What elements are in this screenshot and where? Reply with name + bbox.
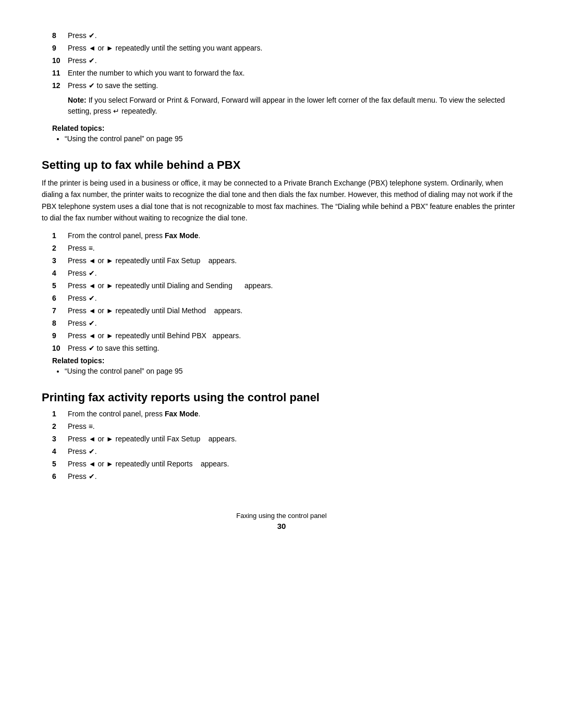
step-9-suffix: repeatedly until the setting you want ap… [114,44,263,52]
s1-step-8-suffix: . [95,319,97,327]
s1-step-7-suffix: repeatedly until Dial Method appears. [114,306,242,315]
check-icon-8: ✔ [89,31,95,40]
related-link-1: “Using the control panel” on page 95 [65,134,182,143]
step-12-text: Press [68,81,89,90]
related-topics-2: Related topics: “Using the control panel… [52,356,521,375]
s1-step-3: 3 Press ◄ or ► repeatedly until Fax Setu… [52,256,521,265]
step-8: 8 Press ✔. [52,31,521,40]
s1-step-2-suffix: . [93,244,95,252]
s1-step-7-text: Press [68,306,89,315]
step-12-number: 12 [52,81,68,90]
s2-step-5-suffix: repeatedly until Reports appears. [114,460,229,468]
step-10-number: 10 [52,56,68,65]
s1-step-6-suffix: . [95,294,97,302]
s1-step-7: 7 Press ◄ or ► repeatedly until Dial Met… [52,306,521,315]
s2-step-1-content: From the control panel, press Fax Mode. [68,410,521,418]
s2-step-6-content: Press ✔. [68,472,521,480]
section1-steps: 1 From the control panel, press Fax Mode… [52,231,521,352]
section2-title-suffix: using the control panel [190,391,320,404]
s1-step-3-number: 3 [52,256,68,265]
s1-step-2-text: Press [68,244,89,252]
left-icon-s1-9: ◄ [89,331,96,340]
note-block: Note: If you select Forward or Print & F… [68,95,521,117]
s2-step-4-text: Press [68,447,89,455]
step-9: 9 Press ◄ or ► repeatedly until the sett… [52,44,521,52]
check-icon-s1-10: ✔ [89,344,95,352]
s2-step-6-number: 6 [52,472,68,480]
step-12: 12 Press ✔ to save the setting. [52,81,521,90]
s1-step-4-text: Press [68,269,89,277]
step-12-suffix: to save the setting. [95,81,158,90]
s1-step-2: 2 Press ≡. [52,244,521,252]
top-steps-container: 8 Press ✔. 9 Press ◄ or ► repeatedly unt… [52,31,521,90]
right-icon-s1-9: ► [106,331,114,340]
left-icon-s2-5: ◄ [89,460,96,468]
s1-step-6: 6 Press ✔. [52,294,521,302]
section2-title: Printing fax activity reports using the … [42,391,521,404]
note-label: Note: [68,96,87,104]
menu-icon-s2-2: ≡ [89,422,93,430]
s1-step-1-bold: Fax Mode [165,231,199,240]
s2-step-3-number: 3 [52,435,68,443]
s1-step-10-suffix: to save this setting. [95,344,160,352]
step-8-number: 8 [52,31,68,40]
s1-step-6-number: 6 [52,294,68,302]
check-icon-s1-4: ✔ [89,269,95,277]
s2-step-4-content: Press ✔. [68,447,521,455]
step-10-content: Press ✔. [68,56,521,65]
step-8-text: Press [68,31,89,40]
left-icon-s1-5: ◄ [89,281,96,290]
s1-step-9-number: 9 [52,331,68,340]
related-link-item-2: “Using the control panel” on page 95 [65,367,521,375]
step-10-text: Press [68,56,89,65]
section2-steps: 1 From the control panel, press Fax Mode… [52,410,521,480]
s1-step-10-content: Press ✔ to save this setting. [68,344,521,352]
s1-step-4-suffix: . [95,269,97,277]
s2-step-4: 4 Press ✔. [52,447,521,455]
s1-step-1: 1 From the control panel, press Fax Mode… [52,231,521,240]
s1-step-3-suffix: repeatedly until Fax Setup appears. [114,256,237,265]
right-icon-s1-7: ► [106,306,114,315]
s1-step-10: 10 Press ✔ to save this setting. [52,344,521,352]
step-11-number: 11 [52,69,68,77]
s1-step-2-content: Press ≡. [68,244,521,252]
right-icon-s1-3: ► [106,256,114,265]
check-icon-12: ✔ [89,81,95,90]
s1-step-5-content: Press ◄ or ► repeatedly until Dialing an… [68,281,521,290]
s1-step-9-suffix: repeatedly until Behind PBX appears. [114,331,241,340]
s2-step-5-content: Press ◄ or ► repeatedly until Reports ap… [68,460,521,468]
s2-step-5-number: 5 [52,460,68,468]
step-11-content: Enter the number to which you want to fo… [68,69,521,77]
left-icon-s1-3: ◄ [89,256,96,265]
s2-step-3-content: Press ◄ or ► repeatedly until Fax Setup … [68,435,521,443]
s2-step-5-text: Press [68,460,89,468]
step-11: 11 Enter the number to which you want to… [52,69,521,77]
s2-step-1: 1 From the control panel, press Fax Mode… [52,410,521,418]
s1-step-5-number: 5 [52,281,68,290]
right-icon-s1-5: ► [106,281,114,290]
note-suffix: repeatedly. [119,107,157,115]
s1-step-4: 4 Press ✔. [52,269,521,277]
s2-step-2-text: Press [68,422,89,430]
s1-step-1-suffix: . [199,231,201,240]
footer-page-number: 30 [42,522,521,530]
s1-step-9-content: Press ◄ or ► repeatedly until Behind PBX… [68,331,521,340]
s1-step-1-content: From the control panel, press Fax Mode. [68,231,521,240]
s2-step-1-suffix: . [199,410,201,418]
check-icon-s2-6: ✔ [89,472,95,480]
right-icon-9: ► [106,44,114,52]
s1-step-10-number: 10 [52,344,68,352]
s2-step-2: 2 Press ≡. [52,422,521,430]
s1-step-3-content: Press ◄ or ► repeatedly until Fax Setup … [68,256,521,265]
s1-step-4-number: 4 [52,269,68,277]
step-9-text: Press [68,44,89,52]
menu-icon-s1-2: ≡ [89,244,93,252]
s1-step-8-text: Press [68,319,89,327]
step-8-suffix: . [95,31,97,40]
step-10-suffix: . [95,56,97,65]
check-icon-10: ✔ [89,56,95,65]
section2-title-main: Printing fax activity reports [42,391,190,404]
step-8-content: Press ✔. [68,31,521,40]
related-topics-list-2: “Using the control panel” on page 95 [65,367,521,375]
left-icon-9: ◄ [89,44,96,52]
